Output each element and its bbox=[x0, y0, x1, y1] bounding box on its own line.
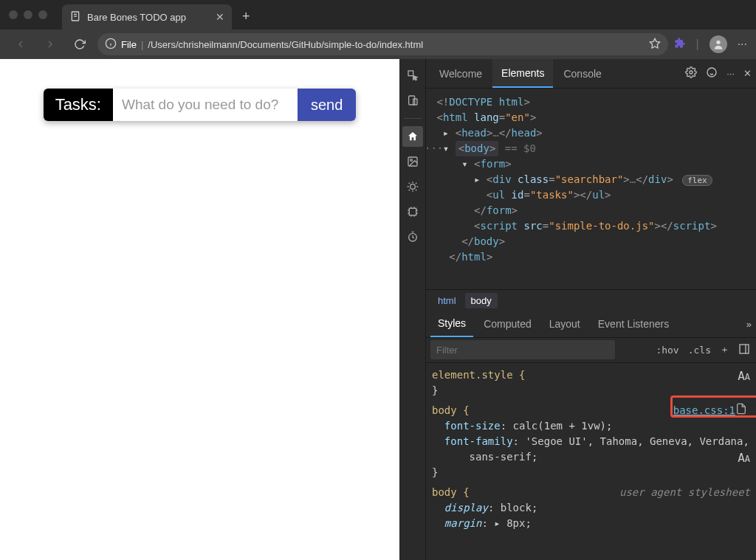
ua-stylesheet-label: user agent stylesheet bbox=[619, 485, 750, 500]
head-tag[interactable]: head bbox=[461, 127, 487, 139]
body-tag[interactable]: body bbox=[464, 142, 489, 154]
workspace: Tasks: send Welcome Elements Console bbox=[0, 59, 756, 560]
svg-point-12 bbox=[410, 184, 415, 190]
browser-toolbar: File | /Users/chrisheilmann/Documents/Gi… bbox=[0, 30, 756, 59]
devtools-main: Welcome Elements Console ··· ✕ <!DOCTYPE… bbox=[426, 59, 756, 560]
window-controls[interactable] bbox=[9, 10, 47, 19]
favorite-icon[interactable] bbox=[649, 38, 661, 52]
rule-element-style[interactable]: element.style { bbox=[432, 367, 750, 383]
page-favicon-icon bbox=[69, 10, 81, 24]
styles-filter-row: :hov .cls ＋ bbox=[426, 338, 756, 363]
styles-filter-input[interactable] bbox=[430, 340, 615, 359]
svg-rect-7 bbox=[408, 71, 413, 76]
home-icon[interactable] bbox=[402, 126, 423, 147]
info-icon[interactable] bbox=[105, 38, 117, 52]
div-tag[interactable]: div bbox=[492, 173, 511, 185]
toolbar-right: | ··· bbox=[674, 35, 748, 53]
breadcrumb: html body bbox=[426, 289, 756, 311]
bug-icon[interactable] bbox=[402, 176, 423, 197]
image-icon[interactable] bbox=[402, 151, 423, 172]
ul-tag[interactable]: ul bbox=[492, 189, 505, 201]
svg-rect-17 bbox=[740, 345, 749, 353]
url-path: /Users/chrisheilmann/Documents/GitHub/si… bbox=[148, 39, 423, 50]
close-tab-icon[interactable]: ✕ bbox=[216, 11, 224, 23]
html-tag[interactable]: html bbox=[443, 111, 468, 123]
browser-chrome: Bare Bones TODO app ✕ + File | /Users/ch… bbox=[0, 0, 756, 59]
devtools-panel: Welcome Elements Console ··· ✕ <!DOCTYPE… bbox=[399, 59, 756, 560]
url-scheme: File bbox=[121, 39, 137, 50]
svg-rect-13 bbox=[409, 208, 416, 215]
font-aa-icon-2[interactable]: AA bbox=[738, 449, 750, 467]
menu-icon[interactable]: ··· bbox=[738, 38, 747, 51]
form-tag[interactable]: form bbox=[480, 158, 505, 170]
cls-toggle[interactable]: .cls bbox=[688, 345, 711, 356]
doctype: DOCTYPE html bbox=[449, 96, 523, 108]
toggle-sidebar-icon[interactable] bbox=[738, 343, 750, 357]
url-separator: | bbox=[141, 39, 143, 50]
svg-point-11 bbox=[410, 159, 412, 162]
settings-gear-icon[interactable] bbox=[685, 66, 697, 80]
tab-console[interactable]: Console bbox=[554, 59, 610, 88]
tasks-label: Tasks: bbox=[44, 89, 113, 121]
tab-event-listeners[interactable]: Event Listeners bbox=[591, 311, 677, 337]
styles-tabs: Styles Computed Layout Event Listeners » bbox=[426, 311, 756, 338]
inspect-icon[interactable] bbox=[402, 65, 423, 86]
devtools-activity-bar bbox=[399, 59, 426, 560]
browser-tab[interactable]: Bare Bones TODO app ✕ bbox=[62, 4, 232, 30]
profile-avatar-icon[interactable] bbox=[709, 35, 727, 53]
feedback-icon[interactable] bbox=[706, 66, 718, 80]
selected-marker: == $0 bbox=[505, 142, 536, 154]
flex-badge[interactable]: flex bbox=[682, 175, 712, 186]
memory-icon[interactable] bbox=[402, 201, 423, 222]
send-button[interactable]: send bbox=[298, 89, 356, 121]
close-window-icon[interactable] bbox=[9, 10, 18, 19]
more-icon[interactable]: ··· bbox=[726, 68, 735, 79]
back-button[interactable] bbox=[9, 32, 32, 56]
reload-button[interactable] bbox=[68, 32, 92, 56]
tab-welcome[interactable]: Welcome bbox=[430, 59, 491, 88]
tab-computed[interactable]: Computed bbox=[476, 311, 539, 337]
close-devtools-icon[interactable]: ✕ bbox=[743, 68, 752, 79]
new-tab-button[interactable]: + bbox=[242, 9, 250, 24]
more-tabs-icon[interactable]: » bbox=[746, 319, 752, 330]
maximize-window-icon[interactable] bbox=[38, 10, 47, 19]
device-icon[interactable] bbox=[402, 90, 423, 111]
dom-tree[interactable]: <!DOCTYPE html> <html lang="en"> ▸ <head… bbox=[426, 89, 756, 289]
highlight-annotation bbox=[670, 395, 756, 418]
minimize-window-icon[interactable] bbox=[24, 10, 32, 19]
hov-toggle[interactable]: :hov bbox=[656, 345, 678, 356]
devtools-tabs: Welcome Elements Console ··· ✕ bbox=[426, 59, 756, 89]
task-input[interactable] bbox=[113, 89, 298, 121]
tab-styles[interactable]: Styles bbox=[430, 311, 473, 337]
svg-point-16 bbox=[707, 68, 716, 77]
page-viewport: Tasks: send bbox=[0, 59, 399, 560]
performance-icon[interactable] bbox=[402, 227, 423, 247]
tab-layout[interactable]: Layout bbox=[542, 311, 588, 337]
crumb-html[interactable]: html bbox=[432, 293, 462, 308]
new-rule-icon[interactable]: ＋ bbox=[720, 343, 729, 356]
script-tag[interactable]: script bbox=[480, 220, 518, 232]
rule-ua-body[interactable]: user agent stylesheet body { bbox=[432, 485, 750, 500]
svg-rect-8 bbox=[408, 96, 414, 105]
tab-strip: Bare Bones TODO app ✕ + bbox=[0, 0, 756, 30]
font-aa-icon[interactable]: AA bbox=[738, 367, 750, 385]
tab-title: Bare Bones TODO app bbox=[87, 12, 186, 23]
styles-pane[interactable]: AA element.style { } base.css:1 body { f… bbox=[426, 363, 756, 561]
svg-point-15 bbox=[690, 71, 693, 74]
address-bar[interactable]: File | /Users/chrisheilmann/Documents/Gi… bbox=[97, 33, 668, 55]
extension-icon[interactable] bbox=[674, 37, 686, 52]
tab-elements[interactable]: Elements bbox=[492, 59, 553, 88]
forward-button[interactable] bbox=[38, 32, 62, 56]
svg-rect-9 bbox=[413, 99, 416, 105]
crumb-body[interactable]: body bbox=[465, 293, 498, 308]
todo-form: Tasks: send bbox=[44, 89, 357, 121]
svg-point-6 bbox=[716, 41, 720, 44]
